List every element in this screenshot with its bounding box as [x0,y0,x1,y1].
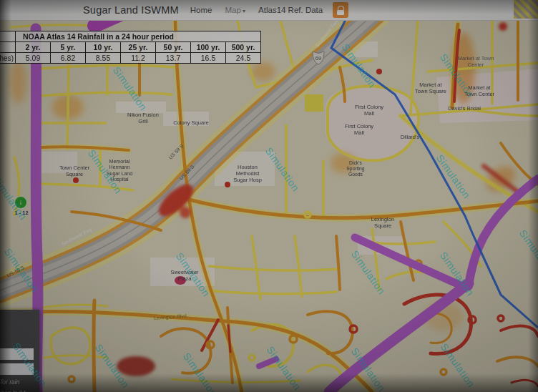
table-value: 6.82 [51,53,86,64]
chevron-down-icon: ▾ [241,8,245,14]
table-col-header: 25 yr. [121,42,156,53]
rainfall-row-label: (inches) [0,53,16,64]
table-col-header: 2 yr. [16,42,51,53]
lock-button[interactable] [333,2,348,18]
header-nav: HomeMap ▾Atlas14 Ref. Data [190,6,323,14]
page-title: Sugar Land ISWMM [83,4,179,16]
table-value: 11.2 [121,53,156,64]
table-value: 24.5 [226,53,261,64]
nav-item-map[interactable]: Map ▾ [225,6,245,14]
station-marker[interactable]: ↓ [14,196,27,209]
table-value: 16.5 [191,53,226,64]
table-col-header: 500 yr. [226,42,261,53]
rainfall-table: NOAA Atlas 14 Rainfall in a 24 hour peri… [0,31,261,64]
nav-item-atlas14-ref-data[interactable]: Atlas14 Ref. Data [258,6,323,14]
table-col-header: 10 yr. [86,42,121,53]
table-value: 13.7 [156,53,191,64]
table-col-header: 50 yr. [156,42,191,53]
shield-label: 69 [316,55,321,62]
table-col-header: 5 yr. [51,42,86,53]
down-arrow-icon: ↓ [19,199,23,206]
table-value: 8.55 [86,53,121,64]
table-col-header: 100 yr. [191,42,226,53]
panel-note-line2: ches in 24 [0,389,39,392]
rainfall-table-title: NOAA Atlas 14 Rainfall in a 24 hour peri… [16,31,261,42]
lock-icon [338,6,344,10]
map-corner-hatch [514,0,538,19]
header-bar: Sugar Land ISWMM HomeMap ▾Atlas14 Ref. D… [0,0,538,21]
station-marker-label: 1 - 12 [6,210,37,216]
nav-item-home[interactable]: Home [190,6,212,14]
panel-input-2[interactable] [0,363,34,375]
table-value: 5.09 [16,53,51,64]
panel-input-1[interactable] [0,348,34,360]
app-window: 69 Nikon Fusion GrillColony SquareMemori… [0,0,538,392]
rainfall-input-panel: for rain ches in 24 [0,310,39,392]
panel-note-line1: for rain [1,378,39,386]
